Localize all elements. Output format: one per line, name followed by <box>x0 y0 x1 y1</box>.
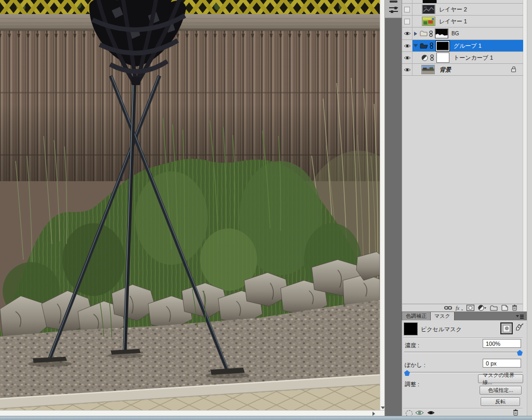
layer-name[interactable]: BG <box>451 31 459 36</box>
adjustment-layer-row[interactable]: トーンカーブ 1 <box>402 52 523 64</box>
feather-slider-handle[interactable] <box>404 370 410 376</box>
trash-icon[interactable] <box>512 305 517 311</box>
visibility-eye-icon[interactable] <box>404 56 411 60</box>
new-adjustment-icon[interactable] <box>478 305 486 311</box>
layer-name[interactable]: トーンカーブ 1 <box>454 54 493 62</box>
mask-thumbnail[interactable] <box>436 52 449 63</box>
pixel-mask-thumbnail[interactable] <box>404 322 418 335</box>
layer-name[interactable]: 背景 <box>440 66 451 74</box>
add-mask-icon[interactable] <box>467 305 474 311</box>
density-slider-handle[interactable] <box>517 350 523 356</box>
layer-name[interactable]: レイヤー 1 <box>439 18 467 25</box>
pixel-mask-label: ピクセルマスク <box>421 326 462 333</box>
collapse-triangle-icon[interactable] <box>414 44 418 47</box>
visibility-eye-icon[interactable] <box>404 67 411 72</box>
mask-edge-button[interactable]: マスクの境界線... <box>478 374 523 383</box>
adjustment-circle-icon <box>421 55 428 61</box>
masks-panel-tabbar: 色調補正 マスク <box>402 311 527 320</box>
layer-row[interactable]: レイヤー 1 <box>402 16 523 28</box>
feather-input[interactable] <box>483 359 521 368</box>
layer-name[interactable]: レイヤー 2 <box>439 6 467 13</box>
delete-mask-trash-icon[interactable] <box>513 409 518 416</box>
feather-label: ぼかし : <box>405 361 425 369</box>
folder-icon <box>420 31 428 36</box>
layer-thumbnail[interactable] <box>422 5 435 14</box>
svg-text:fx: fx <box>456 305 460 311</box>
apply-mask-icon[interactable] <box>415 410 424 416</box>
adjustments-sliders-icon[interactable] <box>389 6 398 13</box>
panel-dock-strip <box>384 0 402 416</box>
disable-mask-eye-icon[interactable] <box>427 410 435 415</box>
masks-panel: ピクセルマスク 濃度 : ぼかし : 調整 : マスクの境界線... 色域指定.… <box>402 320 527 416</box>
layers-panel-toolbar: fx <box>402 304 523 311</box>
visibility-eye-icon[interactable] <box>404 31 411 36</box>
document-canvas[interactable] <box>0 0 380 410</box>
tab-adjustments[interactable]: 色調補正 <box>402 312 431 320</box>
density-slider[interactable] <box>404 351 523 353</box>
collapsed-panel-icon[interactable] <box>390 1 397 3</box>
layer-thumbnail[interactable] <box>421 65 435 74</box>
link-icon <box>430 43 433 49</box>
new-group-icon[interactable] <box>490 305 498 311</box>
density-label: 濃度 : <box>405 342 419 349</box>
visibility-checkbox[interactable] <box>404 19 410 24</box>
divider <box>403 337 523 338</box>
window-bottom-bar <box>0 416 532 420</box>
canvas-vertical-scrollbar[interactable] <box>380 0 384 410</box>
mask-thumbnail-selected[interactable] <box>435 40 450 51</box>
tab-masks[interactable]: マスク <box>431 312 455 320</box>
canvas-horizontal-scrollbar[interactable] <box>0 410 384 416</box>
link-layers-icon[interactable] <box>444 306 452 310</box>
divider <box>403 408 523 409</box>
link-icon <box>429 31 433 37</box>
new-layer-icon[interactable] <box>501 305 508 311</box>
layer-group-row[interactable]: BG <box>402 28 523 40</box>
color-range-button[interactable]: 色域指定... <box>480 386 522 395</box>
vector-mask-pen-icon[interactable] <box>515 323 524 332</box>
expand-triangle-icon[interactable] <box>414 32 417 36</box>
link-icon <box>430 55 434 61</box>
mask-thumbnail[interactable] <box>435 29 448 38</box>
lock-icon <box>511 66 516 72</box>
background-layer-row[interactable]: 背景 <box>402 64 523 76</box>
scroll-right-arrow-icon[interactable] <box>373 412 375 416</box>
window-right-edge <box>527 0 532 416</box>
layer-row[interactable]: レイヤー 2 <box>402 4 523 16</box>
collapsed-panel-header[interactable] <box>385 0 402 18</box>
layer-group-row-selected[interactable]: グループ 1 <box>402 40 523 52</box>
layers-panel: レイヤー 2 レイヤー 1 <box>402 0 523 304</box>
layer-name[interactable]: グループ 1 <box>454 42 482 50</box>
open-folder-icon <box>420 43 428 49</box>
layer-style-fx-icon[interactable]: fx <box>456 305 463 311</box>
select-pixel-mask-button[interactable] <box>500 322 513 334</box>
adjust-label: 調整 : <box>405 381 419 388</box>
canvas-image <box>0 0 380 410</box>
invert-button[interactable]: 反転 <box>481 397 520 406</box>
visibility-eye-icon[interactable] <box>404 44 411 48</box>
layer-thumbnail[interactable] <box>422 0 437 3</box>
layer-row-partial[interactable] <box>402 0 523 4</box>
visibility-checkbox[interactable] <box>404 7 410 12</box>
panel-menu-icon[interactable] <box>516 314 524 318</box>
photoshop-window: レイヤー 2 レイヤー 1 <box>0 0 532 420</box>
layer-thumbnail[interactable] <box>422 17 435 26</box>
density-input[interactable] <box>483 339 521 348</box>
